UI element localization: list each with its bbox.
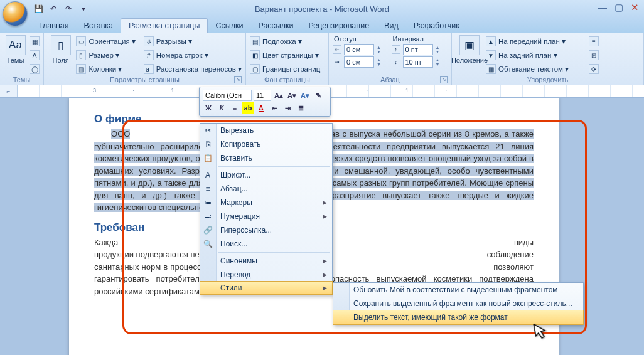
tab-mailings[interactable]: Рассылки [250,19,301,33]
center-button[interactable]: ≡ [229,102,240,114]
sub-update-style[interactable]: Обновить Мой в соответствии с выделенным… [333,283,583,297]
spacing-title: Интервал [392,35,448,43]
space-before-icon: ↕ [392,45,400,54]
font-color-button[interactable]: A [255,102,267,114]
cut-icon: ✂ [203,125,213,135]
ctx-find-label: Поиск... [220,240,247,248]
ribbon-tabs: Главная Вставка Разметка страницы Ссылки… [0,18,644,33]
hyphenation-button[interactable]: a-Расстановка переносов ▾ [144,63,242,75]
highlight-button[interactable]: ab [242,102,254,114]
paragraph-launcher[interactable]: ↘ [440,76,448,83]
space-after-spinner[interactable]: ↕10 пт▲▼ [392,56,448,68]
page-setup-launcher[interactable]: ↘ [234,76,242,83]
theme-colors-button[interactable]: ▦ [30,35,40,48]
group-icon: ⊞ [589,50,599,60]
page-color-button[interactable]: ◧Цвет страницы ▾ [250,49,320,61]
tab-view[interactable]: Вид [377,19,406,33]
tab-review[interactable]: Рецензирование [301,19,377,33]
ctx-translate[interactable]: Перевод▶ [200,268,332,282]
ctx-bullets[interactable]: ≔Маркеры▶ [200,196,332,209]
tab-developer[interactable]: Разработчик [406,19,467,33]
align-icon: ≡ [589,36,599,46]
mini-font-size[interactable]: 11 [254,90,271,101]
group-button[interactable]: ⊞ [589,49,599,61]
theme-effects-button[interactable]: ◯ [30,63,40,75]
mini-font-name[interactable]: Calibri (Осн [203,90,252,101]
themes-icon: Aa [6,35,26,55]
breaks-icon: ⤋ [144,36,154,46]
indent-title: Отступ [333,35,389,43]
orientation-button[interactable]: ▭Ориентация ▾ [76,35,141,48]
indent-right-value: 0 см [344,56,374,68]
grow-font-button[interactable]: A▴ [273,90,284,101]
tab-references[interactable]: Ссылки [208,19,250,33]
ctx-paste[interactable]: 📋Вставить [200,151,332,165]
watermark-button[interactable]: ▤Подложка ▾ [250,35,320,48]
ctx-paste-label: Вставить [220,154,252,162]
ctx-copy[interactable]: ⎘Копировать [200,137,332,151]
ctx-styles-label: Стили [220,283,242,292]
page-borders-button[interactable]: ▢Границы страниц [250,63,320,75]
italic-button[interactable]: К [216,102,227,114]
ctx-synonyms[interactable]: Синонимы▶ [200,254,332,268]
title-bar: 💾 ↶ ↷ ▾ Вариант проспекта - Microsoft Wo… [0,0,644,18]
mini-toolbar: Calibri (Осн 11 A▴ A▾ A▾ ✎ Ж К ≡ ab A ⇤ … [199,87,331,117]
ctx-paragraph[interactable]: ≡Абзац... [200,182,332,196]
font-icon: A [30,50,40,60]
ctx-cut[interactable]: ✂Вырезать [200,124,332,137]
ctx-bullets-label: Маркеры [220,198,252,207]
tab-selector[interactable]: ⌐ [0,85,18,97]
font-dialog-icon: A [203,170,213,180]
shrink-font-button[interactable]: A▾ [286,90,298,101]
change-case-button[interactable]: A▾ [299,90,311,101]
ctx-find[interactable]: 🔍Поиск... [200,237,332,251]
columns-icon: ▥ [76,64,86,74]
text-wrap-button[interactable]: ▦Обтекание текстом ▾ [486,63,586,75]
increase-indent-button[interactable]: ⇥ [282,102,293,114]
maximize-button[interactable]: ▢ [614,2,623,13]
indent-right-spinner[interactable]: ⇥0 см▲▼ [333,56,389,68]
ctx-styles[interactable]: Стили▶ [200,281,333,295]
tab-home[interactable]: Главная [31,19,77,33]
rotate-button[interactable]: ⟳ [589,63,599,75]
breaks-button[interactable]: ⤋Разрывы ▾ [144,35,242,48]
bullets-mini-button[interactable]: ≣ [295,102,306,114]
format-painter-button[interactable]: ✎ [313,90,324,101]
horizontal-ruler[interactable]: 3 · 1 · 2 · 1 · 1 · 5 · 6 · 7 · 8 · 9 · … [18,85,644,97]
size-icon: ▯ [76,50,86,60]
theme-fonts-button[interactable]: A [30,49,40,61]
margins-button[interactable]: ▯Поля [48,34,73,75]
bring-front-icon: ▲ [486,36,496,46]
minimize-button[interactable]: — [598,2,607,13]
ctx-numbering[interactable]: ≕Нумерация▶ [200,209,332,223]
tab-page-layout[interactable]: Разметка страницы [121,18,208,33]
bring-front-button[interactable]: ▲На передний план ▾ [486,35,586,48]
bold-button[interactable]: Ж [203,102,214,114]
themes-button[interactable]: Aa Темы [4,34,27,75]
line-numbers-button[interactable]: #Номера строк ▾ [144,49,242,61]
window-title: Вариант проспекта - Microsoft Word [0,4,644,14]
paragraph-dialog-icon: ≡ [203,184,213,194]
position-button[interactable]: ▣Положение [456,34,483,75]
themes-label: Темы [7,56,24,64]
decrease-indent-button[interactable]: ⇤ [269,102,280,114]
send-back-button[interactable]: ▼На задний план ▾ [486,49,586,61]
page-color-icon: ◧ [250,50,260,60]
margins-icon: ▯ [51,35,71,55]
ctx-font[interactable]: AШрифт... [200,168,332,182]
page-color-label: Цвет страницы ▾ [262,51,319,60]
office-button[interactable] [3,1,28,26]
align-button[interactable]: ≡ [589,35,599,48]
ctx-numbering-label: Нумерация [220,212,260,221]
tab-insert[interactable]: Вставка [77,19,121,33]
sub-save-style[interactable]: Сохранить выделенный фрагмент как новый … [333,297,583,310]
send-back-icon: ▼ [486,50,496,60]
styles-submenu: Обновить Мой в соответствии с выделенным… [333,282,584,325]
size-button[interactable]: ▯Размер ▾ [76,49,141,61]
space-before-spinner[interactable]: ↕0 пт▲▼ [392,44,448,55]
ctx-hyperlink[interactable]: 🔗Гиперссылка... [200,223,332,237]
indent-left-spinner[interactable]: ⇤0 см▲▼ [333,44,389,55]
columns-button[interactable]: ▥Колонки ▾ [76,63,141,75]
close-button[interactable]: ✕ [631,2,639,13]
find-icon: 🔍 [203,239,213,249]
